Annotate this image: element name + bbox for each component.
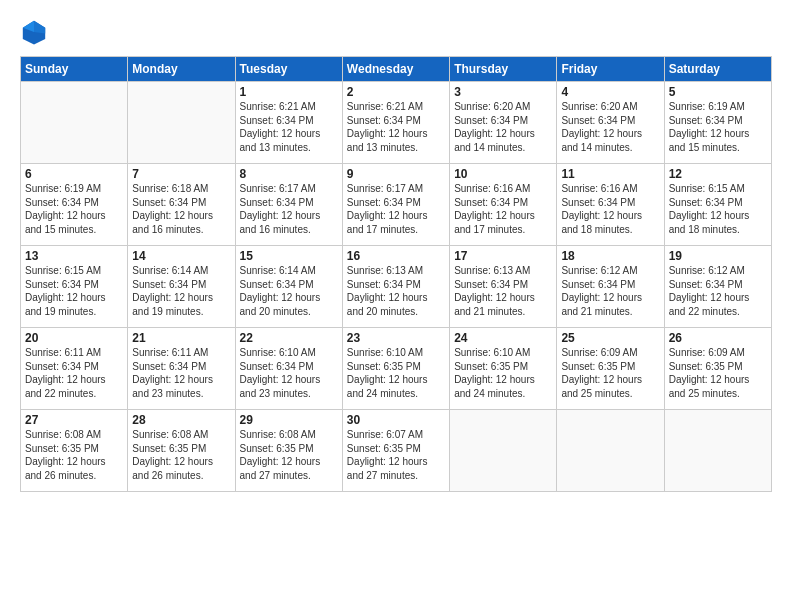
day-info: Sunrise: 6:19 AM Sunset: 6:34 PM Dayligh… — [669, 100, 767, 154]
day-number: 21 — [132, 331, 230, 345]
calendar-cell: 28Sunrise: 6:08 AM Sunset: 6:35 PM Dayli… — [128, 410, 235, 492]
calendar-cell: 23Sunrise: 6:10 AM Sunset: 6:35 PM Dayli… — [342, 328, 449, 410]
day-number: 3 — [454, 85, 552, 99]
day-info: Sunrise: 6:08 AM Sunset: 6:35 PM Dayligh… — [132, 428, 230, 482]
weekday-header-monday: Monday — [128, 57, 235, 82]
day-number: 19 — [669, 249, 767, 263]
calendar-cell: 21Sunrise: 6:11 AM Sunset: 6:34 PM Dayli… — [128, 328, 235, 410]
day-info: Sunrise: 6:15 AM Sunset: 6:34 PM Dayligh… — [669, 182, 767, 236]
day-info: Sunrise: 6:21 AM Sunset: 6:34 PM Dayligh… — [347, 100, 445, 154]
day-number: 1 — [240, 85, 338, 99]
day-number: 2 — [347, 85, 445, 99]
calendar-row-4: 27Sunrise: 6:08 AM Sunset: 6:35 PM Dayli… — [21, 410, 772, 492]
calendar-cell: 5Sunrise: 6:19 AM Sunset: 6:34 PM Daylig… — [664, 82, 771, 164]
day-info: Sunrise: 6:21 AM Sunset: 6:34 PM Dayligh… — [240, 100, 338, 154]
day-info: Sunrise: 6:09 AM Sunset: 6:35 PM Dayligh… — [561, 346, 659, 400]
day-info: Sunrise: 6:09 AM Sunset: 6:35 PM Dayligh… — [669, 346, 767, 400]
day-number: 4 — [561, 85, 659, 99]
day-number: 18 — [561, 249, 659, 263]
day-info: Sunrise: 6:18 AM Sunset: 6:34 PM Dayligh… — [132, 182, 230, 236]
day-info: Sunrise: 6:11 AM Sunset: 6:34 PM Dayligh… — [132, 346, 230, 400]
day-info: Sunrise: 6:16 AM Sunset: 6:34 PM Dayligh… — [454, 182, 552, 236]
day-info: Sunrise: 6:11 AM Sunset: 6:34 PM Dayligh… — [25, 346, 123, 400]
calendar-cell: 6Sunrise: 6:19 AM Sunset: 6:34 PM Daylig… — [21, 164, 128, 246]
calendar-cell: 11Sunrise: 6:16 AM Sunset: 6:34 PM Dayli… — [557, 164, 664, 246]
day-number: 27 — [25, 413, 123, 427]
day-number: 24 — [454, 331, 552, 345]
calendar-cell: 30Sunrise: 6:07 AM Sunset: 6:35 PM Dayli… — [342, 410, 449, 492]
calendar-cell: 13Sunrise: 6:15 AM Sunset: 6:34 PM Dayli… — [21, 246, 128, 328]
day-number: 5 — [669, 85, 767, 99]
weekday-header-friday: Friday — [557, 57, 664, 82]
calendar-cell: 9Sunrise: 6:17 AM Sunset: 6:34 PM Daylig… — [342, 164, 449, 246]
svg-marker-1 — [34, 21, 45, 34]
day-number: 15 — [240, 249, 338, 263]
day-info: Sunrise: 6:08 AM Sunset: 6:35 PM Dayligh… — [240, 428, 338, 482]
day-info: Sunrise: 6:10 AM Sunset: 6:35 PM Dayligh… — [347, 346, 445, 400]
day-number: 25 — [561, 331, 659, 345]
weekday-header-thursday: Thursday — [450, 57, 557, 82]
day-number: 23 — [347, 331, 445, 345]
calendar-cell: 12Sunrise: 6:15 AM Sunset: 6:34 PM Dayli… — [664, 164, 771, 246]
day-info: Sunrise: 6:15 AM Sunset: 6:34 PM Dayligh… — [25, 264, 123, 318]
calendar-cell: 25Sunrise: 6:09 AM Sunset: 6:35 PM Dayli… — [557, 328, 664, 410]
day-info: Sunrise: 6:08 AM Sunset: 6:35 PM Dayligh… — [25, 428, 123, 482]
weekday-header-row: SundayMondayTuesdayWednesdayThursdayFrid… — [21, 57, 772, 82]
weekday-header-tuesday: Tuesday — [235, 57, 342, 82]
day-number: 29 — [240, 413, 338, 427]
logo — [20, 18, 50, 46]
header — [20, 18, 772, 46]
day-info: Sunrise: 6:20 AM Sunset: 6:34 PM Dayligh… — [561, 100, 659, 154]
day-info: Sunrise: 6:13 AM Sunset: 6:34 PM Dayligh… — [454, 264, 552, 318]
day-info: Sunrise: 6:14 AM Sunset: 6:34 PM Dayligh… — [132, 264, 230, 318]
calendar-table: SundayMondayTuesdayWednesdayThursdayFrid… — [20, 56, 772, 492]
calendar-row-3: 20Sunrise: 6:11 AM Sunset: 6:34 PM Dayli… — [21, 328, 772, 410]
calendar-cell: 29Sunrise: 6:08 AM Sunset: 6:35 PM Dayli… — [235, 410, 342, 492]
day-number: 30 — [347, 413, 445, 427]
calendar-row-1: 6Sunrise: 6:19 AM Sunset: 6:34 PM Daylig… — [21, 164, 772, 246]
day-info: Sunrise: 6:13 AM Sunset: 6:34 PM Dayligh… — [347, 264, 445, 318]
day-number: 11 — [561, 167, 659, 181]
calendar-cell: 14Sunrise: 6:14 AM Sunset: 6:34 PM Dayli… — [128, 246, 235, 328]
day-info: Sunrise: 6:14 AM Sunset: 6:34 PM Dayligh… — [240, 264, 338, 318]
calendar-cell: 4Sunrise: 6:20 AM Sunset: 6:34 PM Daylig… — [557, 82, 664, 164]
weekday-header-sunday: Sunday — [21, 57, 128, 82]
day-number: 12 — [669, 167, 767, 181]
calendar-cell: 3Sunrise: 6:20 AM Sunset: 6:34 PM Daylig… — [450, 82, 557, 164]
calendar-cell: 19Sunrise: 6:12 AM Sunset: 6:34 PM Dayli… — [664, 246, 771, 328]
calendar-cell: 24Sunrise: 6:10 AM Sunset: 6:35 PM Dayli… — [450, 328, 557, 410]
day-number: 28 — [132, 413, 230, 427]
day-info: Sunrise: 6:12 AM Sunset: 6:34 PM Dayligh… — [669, 264, 767, 318]
day-info: Sunrise: 6:10 AM Sunset: 6:35 PM Dayligh… — [454, 346, 552, 400]
day-number: 13 — [25, 249, 123, 263]
calendar-cell: 1Sunrise: 6:21 AM Sunset: 6:34 PM Daylig… — [235, 82, 342, 164]
day-number: 22 — [240, 331, 338, 345]
day-number: 20 — [25, 331, 123, 345]
day-number: 16 — [347, 249, 445, 263]
calendar-cell: 27Sunrise: 6:08 AM Sunset: 6:35 PM Dayli… — [21, 410, 128, 492]
day-number: 10 — [454, 167, 552, 181]
calendar-row-2: 13Sunrise: 6:15 AM Sunset: 6:34 PM Dayli… — [21, 246, 772, 328]
day-info: Sunrise: 6:20 AM Sunset: 6:34 PM Dayligh… — [454, 100, 552, 154]
calendar-cell: 18Sunrise: 6:12 AM Sunset: 6:34 PM Dayli… — [557, 246, 664, 328]
weekday-header-wednesday: Wednesday — [342, 57, 449, 82]
calendar-cell — [664, 410, 771, 492]
page: SundayMondayTuesdayWednesdayThursdayFrid… — [0, 0, 792, 612]
calendar-cell: 22Sunrise: 6:10 AM Sunset: 6:34 PM Dayli… — [235, 328, 342, 410]
weekday-header-saturday: Saturday — [664, 57, 771, 82]
day-info: Sunrise: 6:07 AM Sunset: 6:35 PM Dayligh… — [347, 428, 445, 482]
day-number: 26 — [669, 331, 767, 345]
day-info: Sunrise: 6:19 AM Sunset: 6:34 PM Dayligh… — [25, 182, 123, 236]
day-info: Sunrise: 6:16 AM Sunset: 6:34 PM Dayligh… — [561, 182, 659, 236]
calendar-cell — [557, 410, 664, 492]
day-number: 17 — [454, 249, 552, 263]
day-number: 8 — [240, 167, 338, 181]
calendar-cell — [128, 82, 235, 164]
calendar-cell: 8Sunrise: 6:17 AM Sunset: 6:34 PM Daylig… — [235, 164, 342, 246]
calendar-cell: 10Sunrise: 6:16 AM Sunset: 6:34 PM Dayli… — [450, 164, 557, 246]
day-number: 9 — [347, 167, 445, 181]
day-info: Sunrise: 6:17 AM Sunset: 6:34 PM Dayligh… — [347, 182, 445, 236]
calendar-cell: 15Sunrise: 6:14 AM Sunset: 6:34 PM Dayli… — [235, 246, 342, 328]
day-number: 14 — [132, 249, 230, 263]
calendar-cell: 26Sunrise: 6:09 AM Sunset: 6:35 PM Dayli… — [664, 328, 771, 410]
